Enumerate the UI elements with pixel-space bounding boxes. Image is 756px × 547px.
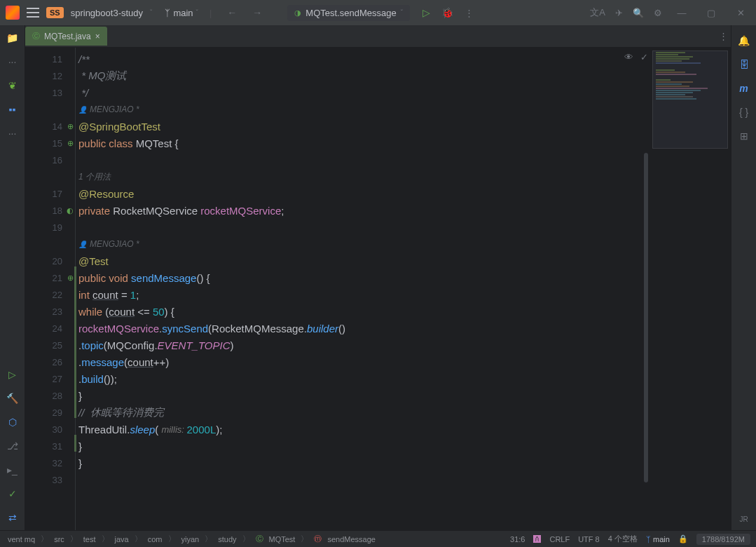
ai-icon[interactable]: 🅰 xyxy=(533,535,541,543)
line-number: 21⊕ xyxy=(25,269,75,286)
maximize-icon[interactable]: ▢ xyxy=(701,8,721,18)
inspection-ok-icon[interactable]: ✓ xyxy=(640,52,648,62)
editor-tab-bar: Ⓒ MQTest.java × ⋮ xyxy=(0,25,756,48)
line-number: 18◐ xyxy=(25,202,75,219)
crumb-item: MQTest xyxy=(267,535,298,543)
branch-dropdown-icon: ˇ xyxy=(196,9,198,17)
more-actions-icon[interactable]: ⋮ xyxy=(465,8,474,18)
lock-icon[interactable]: 🔒 xyxy=(678,534,688,543)
usages-inlay-hint[interactable]: 1 个用法 xyxy=(76,168,731,185)
line-number: 26 xyxy=(25,353,75,370)
services-tool-icon[interactable]: ⬡ xyxy=(8,417,17,428)
author-icon: 👤 xyxy=(78,106,87,114)
line-number xyxy=(25,236,75,252)
status-branch[interactable]: ᛉ main xyxy=(646,535,670,543)
left-tool-stripe: 📁 ··· ❦ ▪▪ ··· ▷ 🔨 ⬡ ⎇ ▸_ ✓ ⇄ xyxy=(0,25,25,530)
line-number: 15⊕ xyxy=(25,135,75,151)
nav-forward-icon[interactable]: → xyxy=(248,7,266,18)
crumb-item: sendMessage xyxy=(325,535,378,543)
author-icon: 👤 xyxy=(78,241,87,248)
line-number: 32 xyxy=(25,454,75,471)
vcs-branch[interactable]: ᛉ main ˇ xyxy=(165,8,198,18)
branch-name: main xyxy=(173,8,193,18)
line-number: 29 xyxy=(25,404,75,421)
status-bar: vent mq〉 src〉 test〉 java〉 com〉 yiyan〉 st… xyxy=(0,530,756,547)
run-gutter-icon: ⊕ xyxy=(67,122,74,131)
line-number: 28 xyxy=(25,387,75,404)
bookmark-tool-icon[interactable]: ··· xyxy=(8,56,17,67)
app-logo[interactable] xyxy=(6,6,20,20)
main-menu-icon[interactable] xyxy=(27,8,39,18)
line-separator[interactable]: CRLF xyxy=(549,535,570,543)
vcs-update-icon[interactable]: ⇄ xyxy=(8,512,17,523)
crumb-item: vent mq xyxy=(6,535,37,543)
run-gutter-icon: ⊕ xyxy=(67,139,74,148)
nav-back-icon[interactable]: ← xyxy=(223,7,241,18)
code-with-me-icon[interactable]: ✈ xyxy=(615,8,623,18)
line-number: 27 xyxy=(25,370,75,387)
line-number xyxy=(25,168,75,185)
bean-tool-icon[interactable]: { } xyxy=(739,107,748,118)
status-right: 31:6 🅰 CRLF UTF 8 4 个空格 ᛉ main 🔒 1788/81… xyxy=(510,534,750,545)
git-tool-icon[interactable]: ⎇ xyxy=(7,440,18,452)
run-configuration[interactable]: ◑ MQTest.sendMessage ˇ xyxy=(287,5,410,21)
crumb-item: test xyxy=(81,535,98,543)
test-run-icon: ◑ xyxy=(294,8,301,18)
line-number: 33 xyxy=(25,471,75,488)
crumb-item: com xyxy=(146,535,165,543)
line-number: 16 xyxy=(25,151,75,168)
editor-area: 11 12 13 14⊕ 15⊕ 16 17 18◐ 19 20 21⊕ 22 … xyxy=(25,48,731,530)
maven-tool-icon[interactable]: m xyxy=(739,83,748,94)
jrebel-right-icon[interactable]: JR xyxy=(739,515,748,523)
settings-icon[interactable]: ⚙ xyxy=(654,8,662,18)
rebel-tool-icon[interactable]: ▪▪ xyxy=(9,104,16,115)
build-tool-icon[interactable]: 🔨 xyxy=(6,393,18,404)
breadcrumb[interactable]: vent mq〉 src〉 test〉 java〉 com〉 yiyan〉 st… xyxy=(6,534,378,544)
editor-tab[interactable]: Ⓒ MQTest.java × xyxy=(25,27,107,46)
vertical-scrollbar[interactable] xyxy=(642,153,650,482)
line-number: 30 xyxy=(25,421,75,438)
project-dropdown-icon[interactable]: ˇ xyxy=(150,9,152,17)
reader-mode-icon[interactable]: 👁 xyxy=(624,52,633,62)
database-tool-icon[interactable]: 🗄 xyxy=(739,59,749,70)
more-tool-icon[interactable]: ··· xyxy=(8,128,17,139)
run-button-icon[interactable]: ▷ xyxy=(422,7,430,18)
line-number: 31 xyxy=(25,438,75,454)
project-tool-icon[interactable]: 📁 xyxy=(6,32,18,43)
notifications-icon[interactable]: 🔔 xyxy=(738,35,750,46)
run-tool-icon[interactable]: ▷ xyxy=(8,369,16,380)
run-config-dropdown-icon: ˇ xyxy=(401,9,403,17)
run-gutter-icon: ⊕ xyxy=(67,274,74,283)
line-number: 13 xyxy=(25,84,75,101)
line-number: 14⊕ xyxy=(25,118,75,135)
indent-setting[interactable]: 4 个空格 xyxy=(608,534,638,544)
tab-close-icon[interactable]: × xyxy=(95,32,100,41)
gutter[interactable]: 11 12 13 14⊕ 15⊕ 16 17 18◐ 19 20 21⊕ 22 … xyxy=(25,48,76,530)
tab-options-icon[interactable]: ⋮ xyxy=(719,31,728,41)
vcs-modified-marker xyxy=(74,266,76,418)
search-icon[interactable]: 🔍 xyxy=(633,8,644,18)
close-icon[interactable]: ✕ xyxy=(731,8,750,18)
crumb-item: yiyan xyxy=(179,535,202,543)
project-name[interactable]: springboot3-study xyxy=(71,8,143,18)
cursor-position[interactable]: 31:6 xyxy=(510,535,525,543)
author-inlay-hint: 👤MENGJIAO * xyxy=(76,236,731,252)
right-tool-stripe: 🔔 🗄 m { } ⊞ JR xyxy=(731,25,756,530)
line-number: 24 xyxy=(25,320,75,337)
debug-button-icon[interactable]: 🐞 xyxy=(441,7,453,18)
editor-inspection-icons: 👁 ✓ xyxy=(624,52,648,62)
run-config-name: MQTest.sendMessage xyxy=(305,8,396,18)
minimize-icon[interactable]: — xyxy=(672,8,692,18)
endpoints-tool-icon[interactable]: ⊞ xyxy=(740,130,748,142)
translate-icon[interactable]: 文A xyxy=(590,6,605,19)
line-number: 19 xyxy=(25,219,75,236)
code-editor[interactable]: 👁 ✓ /** * MQ测试 */ 👤MENGJI xyxy=(76,48,731,530)
memory-indicator[interactable]: 1788/8192M xyxy=(696,534,750,545)
problems-tool-icon[interactable]: ✓ xyxy=(8,488,17,499)
line-number: 11 xyxy=(25,50,75,67)
terminal-tool-icon[interactable]: ▸_ xyxy=(7,464,18,475)
spring-tool-icon[interactable]: ❦ xyxy=(8,80,17,91)
window-controls: 文A ✈ 🔍 ⚙ — ▢ ✕ xyxy=(590,6,750,19)
code-minimap[interactable] xyxy=(652,50,728,149)
file-encoding[interactable]: UTF 8 xyxy=(578,535,600,543)
